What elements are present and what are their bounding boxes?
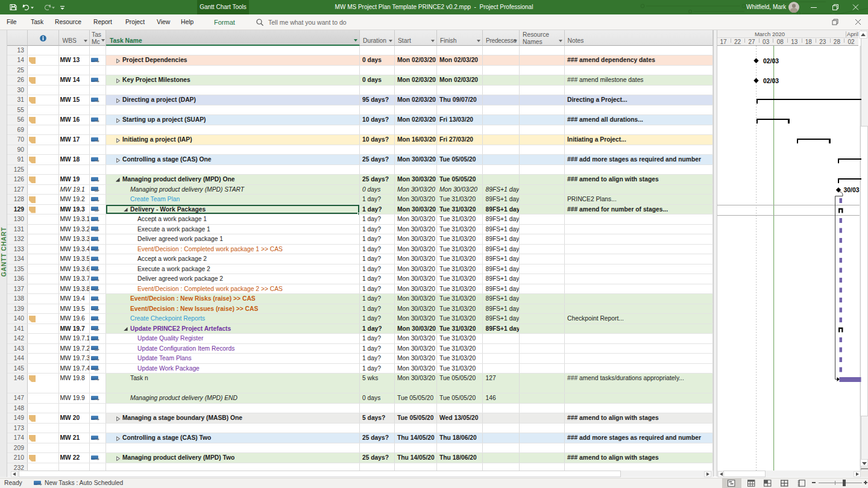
svg-text:02/03: 02/03 xyxy=(763,57,779,64)
svg-text:30/03: 30/03 xyxy=(844,187,860,193)
svg-text:02/03: 02/03 xyxy=(763,77,779,84)
